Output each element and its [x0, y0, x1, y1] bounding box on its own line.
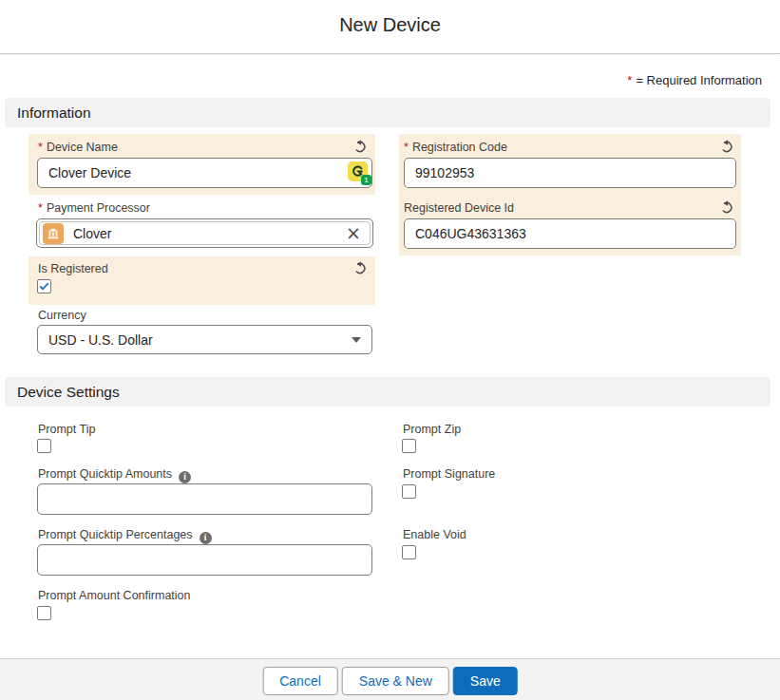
- footer-buttons: Cancel Save & New Save: [262, 667, 518, 695]
- info-icon[interactable]: i: [179, 471, 191, 483]
- required-asterisk: *: [38, 141, 43, 154]
- required-note-text: = Required Information: [636, 73, 762, 87]
- undo-icon[interactable]: [719, 199, 735, 216]
- is-registered-field-block: Is Registered: [29, 256, 375, 305]
- payment-processor-lookup[interactable]: Clover ×: [36, 218, 373, 248]
- required-asterisk: *: [404, 141, 409, 154]
- extension-badge: 1: [361, 175, 371, 185]
- new-device-modal: New Device *= Required Information Infor…: [0, 0, 780, 700]
- prompt-signature-label: Prompt Signature: [403, 467, 495, 481]
- currency-select[interactable]: USD - U.S. Dollar: [37, 325, 372, 354]
- enable-void-label: Enable Void: [403, 528, 466, 541]
- device-name-input[interactable]: [37, 158, 372, 188]
- section-header-information: Information: [5, 98, 770, 127]
- modal-footer: Cancel Save & New Save: [0, 658, 780, 700]
- remove-selection-icon[interactable]: ×: [346, 224, 361, 242]
- registration-code-input[interactable]: [404, 158, 736, 188]
- cancel-button[interactable]: Cancel: [262, 667, 338, 695]
- prompt-zip-checkbox[interactable]: [402, 439, 416, 453]
- payment-processor-value: Clover: [73, 226, 111, 241]
- device-name-field-block: *Device Name 1: [29, 134, 375, 195]
- currency-value: USD - U.S. Dollar: [48, 332, 153, 348]
- prompt-zip-label: Prompt Zip: [403, 423, 461, 436]
- currency-field: Currency USD - U.S. Dollar: [29, 309, 375, 359]
- device-name-label: *Device Name: [38, 141, 118, 154]
- browser-extension-icon[interactable]: 1: [348, 161, 368, 181]
- registration-code-label: *Registration Code: [404, 141, 507, 154]
- undo-icon[interactable]: [352, 260, 369, 276]
- enable-void-checkbox[interactable]: [402, 545, 416, 559]
- prompt-quicktip-amounts-label: Prompt Quicktip Amountsi: [38, 467, 191, 483]
- prompt-signature-checkbox[interactable]: [402, 484, 416, 499]
- registered-device-id-label: Registered Device Id: [404, 201, 514, 215]
- info-icon[interactable]: i: [200, 532, 212, 544]
- is-registered-label: Is Registered: [38, 262, 108, 275]
- section-device-settings-title: Device Settings: [17, 384, 120, 401]
- prompt-quicktip-percentages-input[interactable]: [37, 544, 372, 576]
- undo-icon[interactable]: [352, 139, 369, 155]
- is-registered-checkbox[interactable]: [37, 279, 51, 293]
- payment-processor-field: *Payment Processor Clover ×: [29, 200, 375, 254]
- section-header-device-settings: Device Settings: [5, 377, 770, 407]
- save-and-new-button[interactable]: Save & New: [342, 667, 449, 695]
- prompt-tip-checkbox[interactable]: [37, 439, 51, 453]
- chevron-down-icon: [352, 337, 361, 343]
- registered-device-id-input[interactable]: [404, 218, 736, 249]
- registration-code-field-block: *Registration Code: [399, 134, 741, 195]
- save-button[interactable]: Save: [453, 667, 518, 695]
- registered-device-id-field-block: Registered Device Id: [399, 195, 741, 255]
- prompt-amount-confirmation-label: Prompt Amount Confirmation: [38, 589, 191, 602]
- account-icon: [43, 223, 64, 244]
- prompt-tip-label: Prompt Tip: [38, 423, 95, 436]
- required-asterisk: *: [38, 201, 43, 215]
- header-divider: [0, 53, 780, 54]
- prompt-quicktip-percentages-label: Prompt Quicktip Percentagesi: [38, 528, 212, 544]
- section-information-title: Information: [17, 104, 91, 122]
- prompt-amount-confirmation-checkbox[interactable]: [37, 606, 51, 620]
- undo-icon[interactable]: [719, 139, 735, 155]
- required-note: *= Required Information: [627, 73, 762, 87]
- payment-processor-label: *Payment Processor: [38, 201, 150, 215]
- required-asterisk: *: [627, 73, 632, 87]
- prompt-quicktip-amounts-input[interactable]: [37, 483, 372, 515]
- page-title: New Device: [0, 14, 780, 36]
- currency-label: Currency: [38, 309, 86, 322]
- payment-processor-pill: Clover ×: [39, 221, 371, 245]
